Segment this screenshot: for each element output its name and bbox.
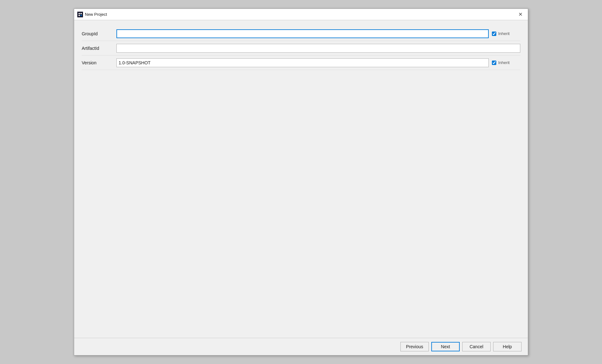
title-bar: New Project ✕ [74,9,528,20]
window-title: New Project [85,12,107,17]
version-inherit-area: Inherit [492,60,520,65]
artifactid-input[interactable] [116,44,520,53]
app-icon [77,12,83,17]
groupid-inherit-checkbox[interactable] [492,32,496,36]
artifactid-label: ArtifactId [82,46,116,51]
next-button[interactable]: Next [431,342,460,351]
version-label: Version [82,60,116,65]
version-row: Version Inherit [82,56,520,70]
artifactid-row: ArtifactId [82,41,520,56]
dialog-content: GroupId Inherit ArtifactId Version Inher… [74,20,528,338]
svg-rect-3 [79,15,80,16]
version-input[interactable] [116,58,489,67]
dialog-footer: Previous Next Cancel Help [74,338,528,355]
svg-rect-4 [80,15,82,16]
cancel-button[interactable]: Cancel [462,342,491,351]
close-button[interactable]: ✕ [516,10,525,19]
svg-rect-1 [79,13,80,14]
svg-rect-2 [80,13,82,14]
new-project-dialog: New Project ✕ GroupId Inherit ArtifactId [74,9,528,355]
groupid-input[interactable] [116,29,489,38]
version-inherit-label: Inherit [498,60,510,65]
form-area: GroupId Inherit ArtifactId Version Inher… [82,26,520,70]
help-button[interactable]: Help [493,342,522,351]
previous-button[interactable]: Previous [400,342,429,351]
content-spacer [82,70,520,332]
groupid-inherit-area: Inherit [492,31,520,36]
version-inherit-checkbox[interactable] [492,61,496,65]
groupid-inherit-label: Inherit [498,31,510,36]
groupid-row: GroupId Inherit [82,26,520,41]
title-bar-left: New Project [77,12,107,17]
groupid-label: GroupId [82,31,116,36]
